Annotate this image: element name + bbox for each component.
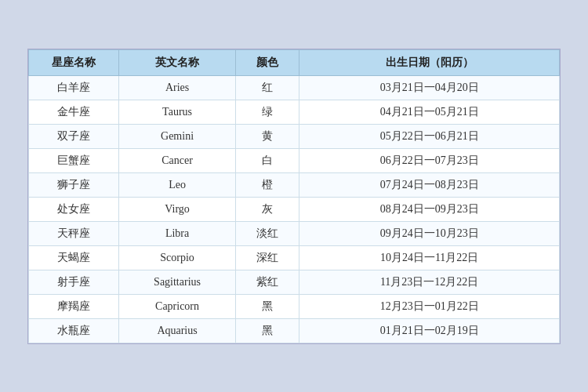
table-row: 射手座Sagittarius紫红11月23日一12月22日 xyxy=(29,270,560,294)
table-row: 双子座Gemini黄05月22日一06月21日 xyxy=(29,124,560,148)
header-en: 英文名称 xyxy=(119,49,236,75)
cell-en: Virgo xyxy=(119,197,236,221)
cell-color: 黄 xyxy=(236,124,299,148)
header-date: 出生日期（阳历） xyxy=(299,49,560,75)
header-color: 颜色 xyxy=(236,49,299,75)
cell-en: Scorpio xyxy=(119,245,236,270)
cell-date: 08月24日一09月23日 xyxy=(299,197,560,221)
table-row: 白羊座Aries红03月21日一04月20日 xyxy=(29,75,560,100)
table-header-row: 星座名称 英文名称 颜色 出生日期（阳历） xyxy=(29,49,560,75)
cell-date: 04月21日一05月21日 xyxy=(299,100,560,124)
cell-date: 01月21日一02月19日 xyxy=(299,318,560,343)
cell-en: Gemini xyxy=(119,124,236,148)
cell-en: Cancer xyxy=(119,148,236,172)
cell-en: Aquarius xyxy=(119,318,236,343)
cell-color: 黑 xyxy=(236,294,299,318)
cell-date: 11月23日一12月22日 xyxy=(299,270,560,294)
cell-color: 红 xyxy=(236,75,299,100)
cell-date: 07月24日一08月23日 xyxy=(299,172,560,197)
cell-zh: 射手座 xyxy=(29,270,119,294)
cell-en: Sagittarius xyxy=(119,270,236,294)
cell-color: 淡红 xyxy=(236,221,299,245)
cell-color: 深红 xyxy=(236,245,299,270)
cell-en: Capricorn xyxy=(119,294,236,318)
table-body: 白羊座Aries红03月21日一04月20日金牛座Taurus绿04月21日一0… xyxy=(29,75,560,343)
cell-zh: 处女座 xyxy=(29,197,119,221)
cell-zh: 天蝎座 xyxy=(29,245,119,270)
cell-zh: 天秤座 xyxy=(29,221,119,245)
cell-en: Taurus xyxy=(119,100,236,124)
table-row: 水瓶座Aquarius黑01月21日一02月19日 xyxy=(29,318,560,343)
cell-color: 灰 xyxy=(236,197,299,221)
cell-zh: 狮子座 xyxy=(29,172,119,197)
cell-color: 白 xyxy=(236,148,299,172)
cell-date: 05月22日一06月21日 xyxy=(299,124,560,148)
table-row: 天蝎座Scorpio深红10月24日一11月22日 xyxy=(29,245,560,270)
cell-zh: 双子座 xyxy=(29,124,119,148)
cell-color: 黑 xyxy=(236,318,299,343)
table-row: 处女座Virgo灰08月24日一09月23日 xyxy=(29,197,560,221)
table-row: 狮子座Leo橙07月24日一08月23日 xyxy=(29,172,560,197)
cell-date: 06月22日一07月23日 xyxy=(299,148,560,172)
cell-color: 橙 xyxy=(236,172,299,197)
cell-zh: 白羊座 xyxy=(29,75,119,100)
zodiac-table-wrapper: 星座名称 英文名称 颜色 出生日期（阳历） 白羊座Aries红03月21日一04… xyxy=(27,49,561,344)
cell-en: Aries xyxy=(119,75,236,100)
cell-date: 03月21日一04月20日 xyxy=(299,75,560,100)
cell-color: 绿 xyxy=(236,100,299,124)
cell-date: 12月23日一01月22日 xyxy=(299,294,560,318)
header-zh: 星座名称 xyxy=(29,49,119,75)
cell-en: Leo xyxy=(119,172,236,197)
cell-zh: 金牛座 xyxy=(29,100,119,124)
cell-zh: 水瓶座 xyxy=(29,318,119,343)
cell-date: 10月24日一11月22日 xyxy=(299,245,560,270)
table-row: 巨蟹座Cancer白06月22日一07月23日 xyxy=(29,148,560,172)
table-row: 摩羯座Capricorn黑12月23日一01月22日 xyxy=(29,294,560,318)
cell-en: Libra xyxy=(119,221,236,245)
table-row: 天秤座Libra淡红09月24日一10月23日 xyxy=(29,221,560,245)
cell-zh: 摩羯座 xyxy=(29,294,119,318)
cell-zh: 巨蟹座 xyxy=(29,148,119,172)
cell-color: 紫红 xyxy=(236,270,299,294)
table-row: 金牛座Taurus绿04月21日一05月21日 xyxy=(29,100,560,124)
zodiac-table: 星座名称 英文名称 颜色 出生日期（阳历） 白羊座Aries红03月21日一04… xyxy=(28,49,560,343)
cell-date: 09月24日一10月23日 xyxy=(299,221,560,245)
